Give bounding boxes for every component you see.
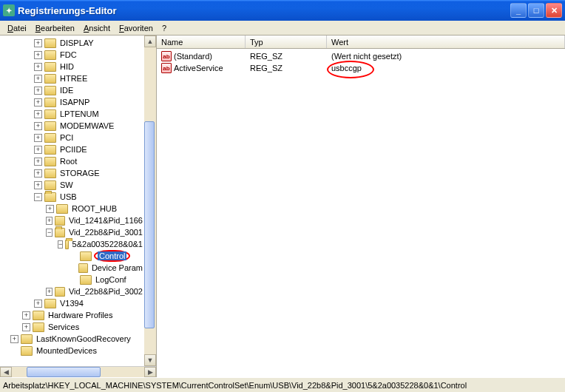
- expand-icon[interactable]: +: [22, 323, 30, 331]
- expand-icon[interactable]: +: [10, 335, 18, 343]
- expand-icon[interactable]: +: [34, 146, 42, 154]
- folder-icon: [44, 38, 56, 48]
- menu-file[interactable]: Datei: [3, 22, 31, 34]
- tree-item[interactable]: Hardware Profiles: [47, 311, 114, 320]
- expand-icon[interactable]: +: [46, 205, 54, 213]
- string-value-icon: ab: [161, 63, 172, 73]
- registry-tree[interactable]: +DISPLAY +FDC +HID +HTREE +IDE +ISAPNP +…: [0, 36, 144, 358]
- expand-icon[interactable]: +: [34, 181, 42, 189]
- scroll-right-icon[interactable]: ▶: [144, 367, 156, 377]
- value-name: (Standard): [174, 52, 212, 61]
- window-buttons: _ □ ✕: [510, 3, 562, 18]
- close-button[interactable]: ✕: [546, 3, 562, 18]
- scroll-left-icon[interactable]: ◀: [0, 367, 12, 377]
- tree-item[interactable]: PCI: [58, 133, 75, 142]
- tree-item[interactable]: PCIIDE: [58, 145, 89, 154]
- tree-item[interactable]: ROOT_HUB: [70, 204, 118, 213]
- minimize-button[interactable]: _: [510, 3, 527, 18]
- column-header-name[interactable]: Name: [157, 36, 246, 48]
- folder-icon: [44, 50, 56, 60]
- tree-item[interactable]: SW: [58, 180, 75, 189]
- list-header: Name Typ Wert: [157, 36, 565, 49]
- main-area: +DISPLAY +FDC +HID +HTREE +IDE +ISAPNP +…: [0, 36, 565, 377]
- tree-pane: +DISPLAY +FDC +HID +HTREE +IDE +ISAPNP +…: [0, 36, 157, 377]
- folder-icon: [78, 263, 88, 273]
- scrollbar-thumb[interactable]: [27, 367, 101, 377]
- folder-icon: [44, 121, 56, 131]
- collapse-icon[interactable]: −: [34, 193, 42, 201]
- tree-item[interactable]: HTREE: [58, 74, 89, 83]
- expand-icon[interactable]: +: [34, 39, 42, 47]
- menu-view[interactable]: Ansicht: [79, 22, 115, 34]
- value-data: usbccgp: [331, 64, 362, 72]
- tree-item[interactable]: Device Param: [90, 263, 144, 272]
- expand-icon[interactable]: +: [34, 51, 42, 59]
- tree-item[interactable]: LastKnownGoodRecovery: [35, 334, 132, 343]
- tree-item[interactable]: ISAPNP: [58, 98, 91, 107]
- expand-icon[interactable]: +: [46, 217, 53, 225]
- tree-item[interactable]: V1394: [58, 299, 85, 308]
- expand-icon[interactable]: +: [34, 75, 42, 83]
- column-header-value[interactable]: Wert: [327, 36, 565, 48]
- folder-icon: [33, 311, 44, 320]
- collapse-icon[interactable]: −: [46, 229, 53, 237]
- values-pane: Name Typ Wert ab(Standard) REG_SZ (Wert …: [157, 36, 565, 377]
- collapse-icon[interactable]: −: [58, 240, 63, 249]
- menu-favorites[interactable]: Favoriten: [115, 22, 158, 34]
- expand-icon[interactable]: +: [34, 122, 42, 130]
- annotation-red-circle: usbccgp: [331, 64, 362, 72]
- menu-help[interactable]: ?: [158, 22, 171, 34]
- expand-icon[interactable]: +: [34, 300, 42, 308]
- value-data: (Wert nicht gesetzt): [331, 52, 402, 61]
- scroll-down-icon[interactable]: ▼: [144, 354, 156, 366]
- table-row[interactable]: abActiveService REG_SZ usbccgp: [157, 62, 565, 74]
- status-path: Arbeitsplatz\HKEY_LOCAL_MACHINE\SYSTEM\C…: [3, 381, 467, 390]
- tree-item[interactable]: LogConf: [94, 275, 128, 284]
- tree-item[interactable]: Services: [47, 322, 81, 331]
- tree-item[interactable]: MODEMWAVE: [58, 121, 115, 130]
- scroll-up-icon[interactable]: ▲: [144, 36, 156, 47]
- horizontal-scrollbar[interactable]: ◀ ▶: [0, 366, 156, 378]
- expand-icon[interactable]: +: [34, 98, 42, 107]
- folder-icon: [44, 133, 56, 143]
- tree-item[interactable]: FDC: [58, 50, 78, 59]
- tree-item[interactable]: HID: [58, 62, 75, 71]
- expand-icon[interactable]: +: [34, 63, 42, 71]
- tree-item[interactable]: IDE: [58, 86, 75, 95]
- folder-icon: [44, 109, 56, 119]
- tree-item[interactable]: Vid_22b8&Pid_3001: [67, 228, 144, 237]
- expand-icon[interactable]: +: [34, 110, 42, 118]
- folder-icon: [55, 216, 64, 226]
- tree-item[interactable]: MountedDevices: [35, 346, 98, 355]
- table-row[interactable]: ab(Standard) REG_SZ (Wert nicht gesetzt): [157, 50, 565, 62]
- value-name: ActiveService: [174, 64, 223, 72]
- string-value-icon: ab: [161, 51, 172, 61]
- menu-edit[interactable]: Bearbeiten: [31, 22, 79, 34]
- tree-item[interactable]: Vid_1241&Pid_1166: [67, 216, 144, 225]
- folder-icon: [44, 62, 56, 72]
- folder-icon: [44, 86, 56, 95]
- column-header-type[interactable]: Typ: [246, 36, 327, 48]
- folder-icon: [56, 204, 68, 214]
- expand-icon[interactable]: +: [34, 169, 42, 178]
- folder-icon: [21, 346, 33, 356]
- tree-item[interactable]: USB: [58, 192, 78, 201]
- list-body[interactable]: ab(Standard) REG_SZ (Wert nicht gesetzt)…: [157, 49, 565, 377]
- folder-icon: [44, 74, 56, 84]
- vertical-scrollbar[interactable]: ▲ ▼: [144, 36, 156, 366]
- tree-item[interactable]: Root: [58, 157, 78, 166]
- expand-icon[interactable]: +: [34, 158, 42, 166]
- scrollbar-thumb[interactable]: [144, 121, 155, 328]
- tree-item-selected[interactable]: Control: [98, 251, 126, 260]
- expand-icon[interactable]: +: [22, 311, 30, 320]
- tree-item[interactable]: Vid_22b8&Pid_3002: [67, 287, 144, 296]
- expand-icon[interactable]: +: [34, 134, 42, 142]
- tree-item[interactable]: 5&2a0035228&0&1: [71, 240, 144, 249]
- tree-item[interactable]: DISPLAY: [58, 38, 95, 47]
- folder-icon: [44, 145, 56, 155]
- maximize-button[interactable]: □: [528, 3, 544, 18]
- tree-item[interactable]: STORAGE: [58, 169, 101, 178]
- expand-icon[interactable]: +: [46, 288, 53, 296]
- tree-item[interactable]: LPTENUM: [58, 109, 101, 118]
- expand-icon[interactable]: +: [34, 87, 42, 95]
